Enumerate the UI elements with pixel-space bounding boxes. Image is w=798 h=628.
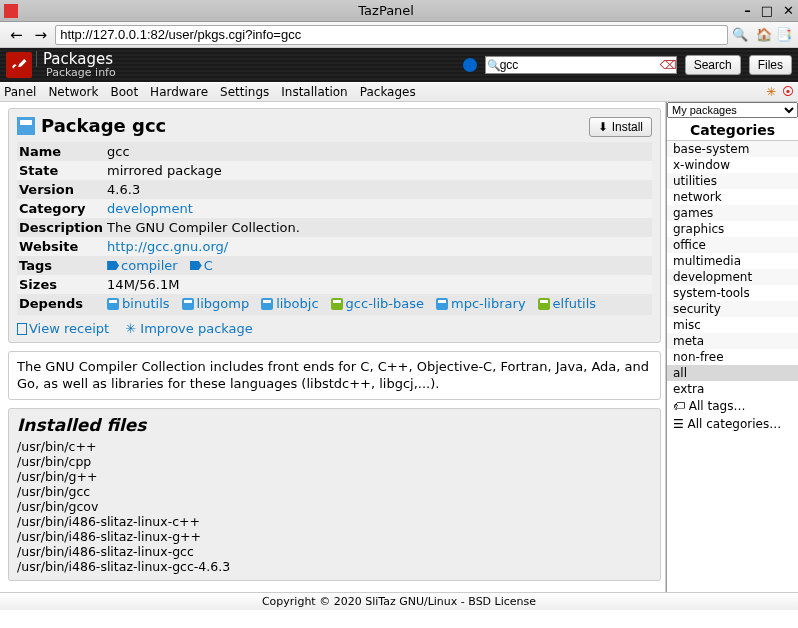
dep-mpc-library[interactable]: mpc-library — [436, 296, 526, 311]
lifebuoy-icon[interactable]: ⦿ — [782, 85, 794, 99]
installed-files-card: Installed files /usr/bin/c++/usr/bin/cpp… — [8, 408, 661, 581]
home-icon[interactable]: 🏠 — [756, 27, 772, 42]
menu-boot[interactable]: Boot — [110, 85, 138, 99]
file-path: /usr/bin/g++ — [17, 469, 652, 484]
menu-panel[interactable]: Panel — [4, 85, 36, 99]
file-path: /usr/bin/i486-slitaz-linux-c++ — [17, 514, 652, 529]
all-tags-link[interactable]: 🏷 All tags… — [667, 397, 798, 415]
tag-compiler[interactable]: compiler — [107, 258, 178, 273]
dep-gcc-lib-base[interactable]: gcc-lib-base — [331, 296, 424, 311]
menu-settings[interactable]: Settings — [220, 85, 269, 99]
category-network[interactable]: network — [667, 189, 798, 205]
package-icon — [538, 298, 550, 310]
category-meta[interactable]: meta — [667, 333, 798, 349]
category-x-window[interactable]: x-window — [667, 157, 798, 173]
category-all[interactable]: all — [667, 365, 798, 381]
category-system-tools[interactable]: system-tools — [667, 285, 798, 301]
view-receipt-link[interactable]: View receipt — [17, 321, 109, 336]
pkg-category-link[interactable]: development — [107, 201, 193, 216]
pkg-name: gcc — [105, 142, 652, 161]
package-icon — [107, 298, 119, 310]
file-path: /usr/bin/i486-slitaz-linux-g++ — [17, 529, 652, 544]
url-input[interactable] — [55, 25, 728, 45]
globe-icon[interactable] — [463, 58, 477, 72]
category-non-free[interactable]: non-free — [667, 349, 798, 365]
package-icon — [436, 298, 448, 310]
tag-icon — [190, 261, 202, 270]
dep-binutils[interactable]: binutils — [107, 296, 169, 311]
file-path: /usr/bin/c++ — [17, 439, 652, 454]
app-logo-icon — [4, 4, 18, 18]
window-title: TazPanel — [28, 3, 744, 18]
go-icon[interactable]: 🔍 — [732, 27, 748, 42]
tag-C[interactable]: C — [190, 258, 213, 273]
menu-hardware[interactable]: Hardware — [150, 85, 208, 99]
package-icon — [17, 117, 35, 135]
dep-libgomp[interactable]: libgomp — [182, 296, 250, 311]
package-icon — [261, 298, 273, 310]
package-description: The GNU Compiler Collection includes fro… — [8, 351, 661, 400]
package-heading: Package gcc — [17, 115, 652, 136]
category-utilities[interactable]: utilities — [667, 173, 798, 189]
app-header: Packages Package info 🔍 ⌫ Search Files — [0, 48, 798, 82]
close-button[interactable]: ✕ — [783, 3, 794, 18]
file-path: /usr/bin/i486-slitaz-linux-gcc — [17, 544, 652, 559]
search-button[interactable]: Search — [685, 55, 741, 75]
document-icon — [17, 323, 27, 335]
all-categories-link[interactable]: ☰ All categories… — [667, 415, 798, 433]
category-security[interactable]: security — [667, 301, 798, 317]
file-path: /usr/bin/gcc — [17, 484, 652, 499]
package-card: ⬇ Install Package gcc Namegcc Statemirro… — [8, 108, 661, 343]
package-filter-select[interactable]: My packages — [667, 102, 798, 118]
menu-network[interactable]: Network — [48, 85, 98, 99]
package-search-input[interactable] — [485, 56, 677, 74]
forward-button[interactable]: → — [31, 26, 52, 44]
category-graphics[interactable]: graphics — [667, 221, 798, 237]
minimize-button[interactable]: – — [744, 3, 751, 18]
app-subtitle: Package info — [40, 67, 116, 79]
category-games[interactable]: games — [667, 205, 798, 221]
category-development[interactable]: development — [667, 269, 798, 285]
clear-search-icon[interactable]: ⌫ — [660, 58, 674, 72]
app-title: Packages — [36, 51, 116, 68]
maximize-button[interactable]: □ — [761, 3, 773, 18]
file-path: /usr/bin/cpp — [17, 454, 652, 469]
footer: Copyright © 2020 SliTaz GNU/Linux - BSD … — [0, 592, 798, 610]
bookmark-icon[interactable]: 📑 — [776, 27, 792, 42]
dep-libobjc[interactable]: libobjc — [261, 296, 318, 311]
category-office[interactable]: office — [667, 237, 798, 253]
dep-elfutils[interactable]: elfutils — [538, 296, 597, 311]
menu-packages[interactable]: Packages — [360, 85, 416, 99]
pkg-sizes: 14M/56.1M — [105, 275, 652, 294]
category-base-system[interactable]: base-system — [667, 141, 798, 157]
wrench-icon — [6, 52, 32, 78]
window-titlebar: TazPanel – □ ✕ — [0, 0, 798, 22]
pkg-state: mirrored package — [105, 161, 652, 180]
pkg-short-desc: The GNU Compiler Collection. — [105, 218, 652, 237]
package-icon — [182, 298, 194, 310]
install-button[interactable]: ⬇ Install — [589, 117, 652, 137]
pkg-website-link[interactable]: http://gcc.gnu.org/ — [107, 239, 228, 254]
pkg-version: 4.6.3 — [105, 180, 652, 199]
package-icon — [331, 298, 343, 310]
sidebar: My packages Categories base-systemx-wind… — [666, 102, 798, 592]
tag-icon — [107, 261, 119, 270]
browser-navbar: ← → 🔍 🏠 📑 — [0, 22, 798, 48]
category-misc[interactable]: misc — [667, 317, 798, 333]
main-menu: Panel Network Boot Hardware Settings Ins… — [0, 82, 798, 102]
file-path: /usr/bin/i486-slitaz-linux-gcc-4.6.3 — [17, 559, 652, 574]
back-button[interactable]: ← — [6, 26, 27, 44]
menu-installation[interactable]: Installation — [281, 85, 347, 99]
spider-icon[interactable]: ✳ — [766, 85, 776, 99]
installed-files-heading: Installed files — [17, 415, 652, 435]
categories-heading: Categories — [667, 120, 798, 141]
improve-package-link[interactable]: ✳ Improve package — [125, 321, 253, 336]
package-info-table: Namegcc Statemirrored package Version4.6… — [17, 142, 652, 315]
search-icon: 🔍 — [487, 59, 501, 72]
category-extra[interactable]: extra — [667, 381, 798, 397]
main-content: ⬇ Install Package gcc Namegcc Statemirro… — [0, 102, 666, 592]
file-path: /usr/bin/gcov — [17, 499, 652, 514]
spider-icon: ✳ — [125, 321, 140, 336]
files-button[interactable]: Files — [749, 55, 792, 75]
category-multimedia[interactable]: multimedia — [667, 253, 798, 269]
